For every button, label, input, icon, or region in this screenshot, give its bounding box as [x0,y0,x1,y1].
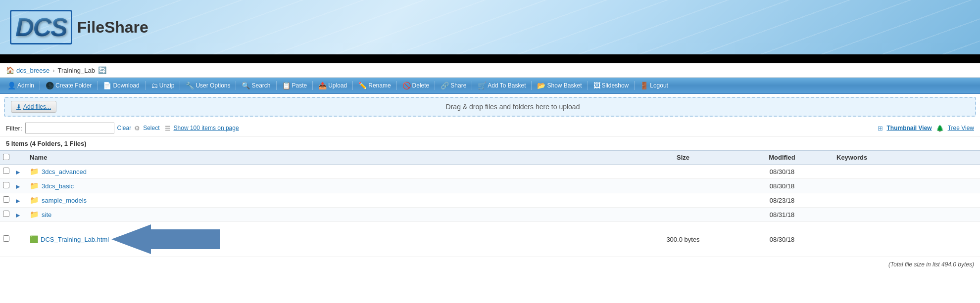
create-folder-icon: 🌑 [46,82,54,89]
search-label: Search [251,82,270,89]
file-link[interactable]: DCS_Training_Lab.html [41,236,109,243]
folder-link[interactable]: 3dcs_basic [42,182,74,190]
toolbar-btn-delete[interactable]: 🚫Delete [399,80,433,91]
page-header: DCS FileShare [0,0,980,54]
paste-icon: 📋 [282,82,291,89]
logout-label: Logout [650,82,668,89]
row-modified-cell: 08/30/18 [733,222,832,257]
toolbar: 👤Admin🌑Create Folder📄Download🗂Unzip🔧User… [0,78,980,94]
row-keywords-cell [832,165,980,179]
delete-label: Delete [412,82,430,89]
row-checkbox[interactable] [3,211,9,217]
row-modified-cell: 08/30/18 [733,165,832,179]
upload-icon: 📤 [318,82,327,89]
filter-input[interactable] [25,123,114,133]
row-modified-cell: 08/30/18 [733,179,832,193]
expand-arrow[interactable]: ▶ [16,169,20,175]
row-name-cell: 📁 3dcs_basic [25,179,634,193]
unzip-label: Unzip [159,82,175,89]
svg-marker-0 [111,224,220,254]
toolbar-btn-search[interactable]: 🔍Search [238,80,274,91]
delete-icon: 🚫 [402,82,411,89]
drag-drop-text: Drag & drop files and folders here to up… [56,103,969,111]
logo-dcs: DCS [10,10,72,44]
toolbar-btn-user-options[interactable]: 🔧User Options [182,80,234,91]
file-table: Name Size Modified Keywords ▶ 📁 3dcs_adv… [0,150,980,257]
folder-link[interactable]: sample_models [42,197,87,204]
row-expand-cell: ▶ [15,193,25,208]
row-keywords-cell [832,208,980,222]
row-checkbox[interactable] [3,182,9,188]
thumbnail-view-button[interactable]: Thumbnail View [887,125,932,131]
row-checkbox-cell [0,222,15,257]
toolbar-btn-logout[interactable]: 🚪Logout [637,80,672,91]
toolbar-btn-rename[interactable]: ✏️Rename [355,80,394,91]
admin-label: Admin [17,82,34,89]
paste-label: Paste [292,82,307,89]
black-bar [0,54,980,63]
logo-area: DCS FileShare [10,10,148,44]
th-name: Name [25,151,634,165]
row-checkbox[interactable] [3,235,9,242]
view-toggle: ⊞ Thumbnail View 🌲 Tree View [878,125,974,132]
file-icon: 🟩 [30,235,38,243]
rename-icon: ✏️ [358,82,367,89]
refresh-icon[interactable]: 🔄 [98,66,106,74]
toolbar-btn-admin[interactable]: 👤Admin [4,80,38,91]
toolbar-btn-show-basket[interactable]: 📂Show Basket [534,80,585,91]
row-name-cell: 📁 3dcs_advanced [25,165,634,179]
row-checkbox-cell [0,208,15,222]
add-files-label: Add files... [23,103,51,110]
toolbar-btn-slideshow[interactable]: 🖼Slideshow [590,80,633,91]
row-name-cell: 📁 site [25,208,634,222]
user-options-icon: 🔧 [186,82,194,89]
row-checkbox[interactable] [3,168,9,174]
toolbar-btn-download[interactable]: 📄Download [99,80,143,91]
create-folder-label: Create Folder [55,82,92,89]
th-size: Size [634,151,733,165]
folder-icon: 📁 [30,196,39,205]
folder-link[interactable]: site [42,211,51,218]
toolbar-sep-13 [634,81,635,90]
expand-arrow[interactable]: ▶ [16,212,20,218]
slideshow-icon: 🖼 [593,82,600,89]
expand-arrow[interactable]: ▶ [16,183,20,189]
toolbar-btn-paste[interactable]: 📋Paste [279,80,311,91]
toolbar-btn-unzip[interactable]: 🗂Unzip [147,80,178,91]
toolbar-btn-share[interactable]: 🔗Share [437,80,470,91]
unzip-icon: 🗂 [151,82,158,89]
add-to-basket-label: Add To Basket [488,82,526,89]
toolbar-sep-7 [352,81,353,90]
items-count: 5 Items (4 Folders, 1 Files) [0,137,980,150]
toolbar-sep-3 [180,81,180,90]
toolbar-sep-6 [312,81,313,90]
row-expand-cell: ▶ [15,208,25,222]
toolbar-btn-add-to-basket[interactable]: 🛒Add To Basket [474,80,529,91]
expand-arrow[interactable]: ▶ [16,198,20,204]
select-button[interactable]: Select [143,125,159,131]
row-size-cell [634,165,733,179]
select-all-checkbox[interactable] [3,154,9,160]
toolbar-sep-0 [40,81,40,90]
th-modified: Modified [733,151,832,165]
row-size-cell: 300.0 bytes [634,222,733,257]
breadcrumb-current: Training_Lab [58,67,95,74]
toolbar-sep-5 [276,81,277,90]
show-items-button[interactable]: Show 100 items on page [174,125,239,131]
toolbar-btn-upload[interactable]: 📤Upload [315,80,350,91]
row-checkbox[interactable] [3,196,9,203]
add-files-button[interactable]: ⬇ Add files... [11,101,56,113]
th-keywords: Keywords [832,151,980,165]
breadcrumb-separator: › [52,67,54,74]
folder-link[interactable]: 3dcs_advanced [42,168,87,175]
show-basket-label: Show Basket [547,82,582,89]
toolbar-btn-create-folder[interactable]: 🌑Create Folder [42,80,95,91]
tree-view-button[interactable]: Tree View [948,125,974,131]
toolbar-sep-11 [531,81,532,90]
download-label: Download [113,82,139,89]
clear-button[interactable]: Clear [117,125,132,131]
row-checkbox-cell [0,165,15,179]
breadcrumb-home-link[interactable]: dcs_breese [16,67,49,74]
gear-icon: ⚙ [134,125,140,132]
filter-bar: Filter: Clear ⚙ Select ☰ Show 100 items … [0,120,980,137]
